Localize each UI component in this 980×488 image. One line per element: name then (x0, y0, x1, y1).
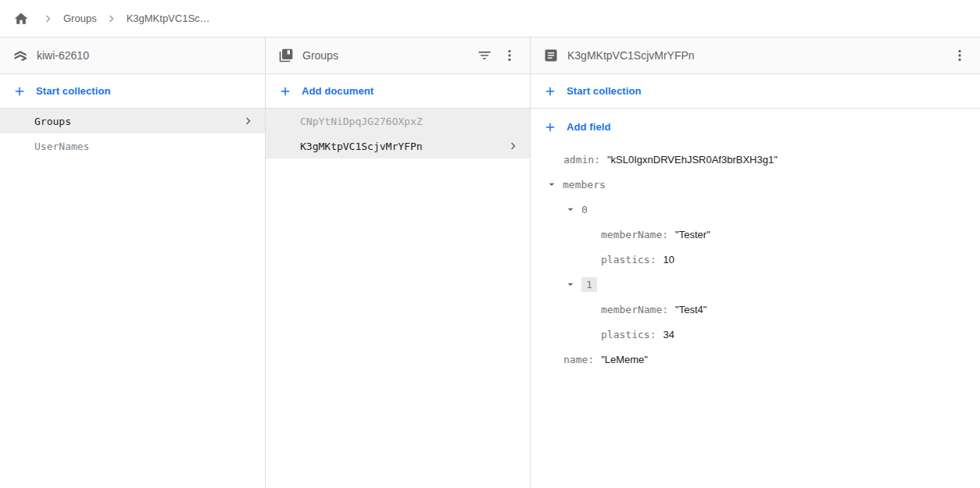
document-title: K3gMKtpVC1ScjvMrYFPn (567, 49, 695, 62)
chevron-right-icon (41, 12, 55, 26)
start-collection-label: Start collection (36, 85, 111, 97)
field-separator: : (650, 254, 656, 265)
collection-menu-button[interactable] (500, 46, 519, 65)
document-row-cnpytnidpqjg276oxpxz[interactable]: CNpYtNiDpqJG276OXpxZ (266, 109, 530, 134)
firestore-console: Groups K3gMKtpVC1Sc… kiwi-62610 Start co… (0, 0, 980, 488)
collection-title: Groups (302, 49, 338, 62)
plus-icon (543, 120, 557, 134)
kebab-menu-icon (502, 48, 517, 63)
collection-panel-header: Groups (266, 37, 530, 74)
chevron-right-icon (105, 12, 119, 26)
collection-panel: Groups Add document CNpYtNiDpqJG276OXpxZ (266, 37, 531, 487)
field-row-members-0[interactable]: 0 (531, 197, 980, 222)
field-separator: : (594, 154, 600, 166)
collection-list: Groups UserNames (0, 109, 265, 159)
field-list: admin: "kSL0IgxnDRVEhJSR0Af3brBXH3g1" me… (531, 145, 980, 372)
database-panel-header: kiwi-62610 (0, 37, 265, 74)
plus-icon (13, 84, 27, 98)
document-start-collection-button[interactable]: Start collection (531, 74, 980, 109)
breadcrumb: Groups K3gMKtpVC1Sc… (0, 0, 980, 37)
add-document-button[interactable]: Add document (266, 74, 530, 109)
field-row-members-1-plastics[interactable]: plastics: 34 (531, 322, 980, 347)
field-value: "Tester" (675, 229, 710, 240)
breadcrumb-item-document: K3gMKtpVC1Sc… (127, 12, 210, 24)
triangle-down-icon[interactable] (564, 203, 577, 216)
filter-icon (477, 48, 492, 63)
document-panel: K3gMKtpVC1ScjvMrYFPn Start collection Ad… (531, 37, 980, 487)
database-panel: kiwi-62610 Start collection Groups UserN… (0, 37, 266, 487)
field-separator: : (650, 329, 656, 340)
add-document-label: Add document (302, 85, 374, 97)
field-key: members (563, 179, 606, 191)
breadcrumb-item-groups[interactable]: Groups (63, 12, 97, 24)
add-field-label: Add field (567, 121, 611, 133)
field-row-members[interactable]: members (531, 172, 980, 197)
field-separator: : (662, 304, 668, 315)
field-separator: : (662, 229, 668, 240)
field-row-members-0-plastics[interactable]: plastics: 10 (531, 247, 980, 272)
plus-icon (543, 84, 557, 98)
field-key-highlighted: 1 (581, 277, 597, 292)
chevron-right-icon (506, 139, 520, 153)
field-value: "LeMeme" (601, 354, 648, 365)
plus-icon (278, 84, 292, 98)
filter-button[interactable] (475, 46, 494, 65)
kebab-menu-icon (952, 48, 967, 63)
home-icon[interactable] (13, 11, 29, 27)
database-title: kiwi-62610 (37, 49, 89, 62)
field-row-members-1-membername[interactable]: memberName: "Test4" (531, 297, 980, 322)
field-key: memberName (601, 304, 662, 315)
start-collection-button[interactable]: Start collection (0, 74, 265, 109)
field-key: plastics (601, 254, 650, 265)
chevron-right-icon (241, 114, 256, 128)
field-value: 34 (663, 329, 674, 340)
field-value: 10 (663, 254, 674, 265)
field-row-admin[interactable]: admin: "kSL0IgxnDRVEhJSR0Af3brBXH3g1" (531, 147, 980, 172)
data-viewer: kiwi-62610 Start collection Groups UserN… (0, 37, 980, 487)
add-field-button[interactable]: Add field (531, 109, 980, 145)
field-key: memberName (601, 229, 662, 240)
field-key: name (563, 354, 588, 365)
document-icon (543, 48, 559, 63)
field-row-members-1[interactable]: 1 (531, 272, 980, 297)
collection-row-usernames[interactable]: UserNames (0, 134, 265, 159)
document-menu-button[interactable] (950, 46, 969, 65)
field-row-members-0-membername[interactable]: memberName: "Tester" (531, 222, 980, 247)
field-separator: : (588, 354, 594, 365)
field-row-name[interactable]: name: "LeMeme" (531, 347, 980, 372)
document-list: CNpYtNiDpqJG276OXpxZ K3gMKtpVC1ScjvMrYFP… (266, 109, 530, 159)
collection-row-groups[interactable]: Groups (0, 109, 265, 134)
document-start-collection-label: Start collection (567, 85, 642, 97)
field-key: plastics (601, 329, 650, 340)
firestore-database-icon (13, 48, 28, 63)
document-row-k3gmktpvc1scjvmryfpn[interactable]: K3gMKtpVC1ScjvMrYFPn (266, 134, 530, 159)
triangle-down-icon[interactable] (545, 178, 558, 191)
triangle-down-icon[interactable] (564, 278, 577, 290)
collection-icon (278, 48, 294, 63)
field-key: 0 (581, 204, 588, 216)
document-panel-header: K3gMKtpVC1ScjvMrYFPn (531, 37, 980, 74)
field-key: admin (563, 154, 594, 166)
field-value: "Test4" (675, 304, 706, 315)
field-value: "kSL0IgxnDRVEhJSR0Af3brBXH3g1" (607, 154, 778, 166)
